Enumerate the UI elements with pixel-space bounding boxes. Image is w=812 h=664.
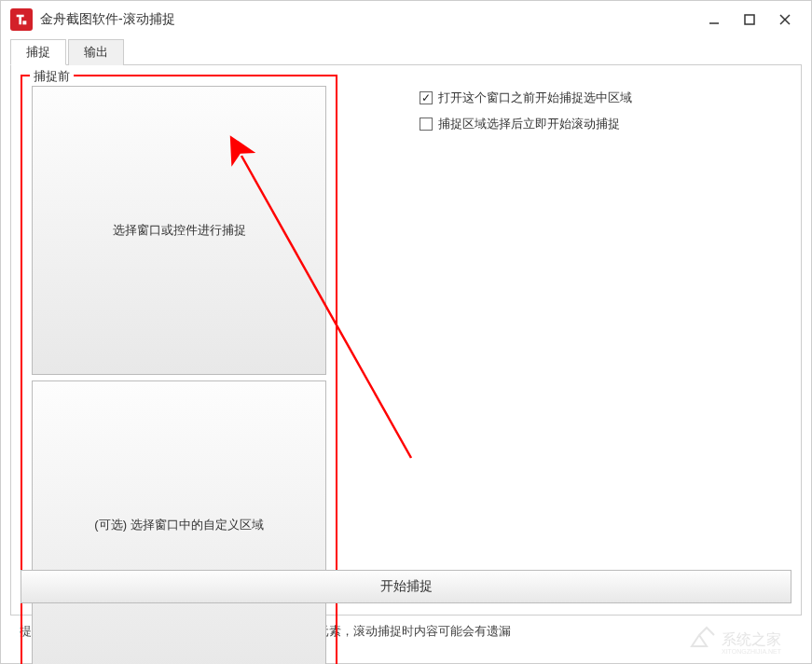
tab-capture[interactable]: 捕捉 <box>10 39 66 65</box>
tab-bar: 捕捉 输出 <box>10 38 802 65</box>
chk-open-start-label: 打开这个窗口之前开始捕捉选中区域 <box>438 90 632 106</box>
chk-start-scroll-label: 捕捉区域选择后立即开始滚动捕捉 <box>438 116 620 132</box>
svg-rect-0 <box>22 21 26 24</box>
titlebar: 金舟截图软件-滚动捕捉 <box>1 1 811 38</box>
window-title: 金舟截图软件-滚动捕捉 <box>40 11 705 28</box>
start-capture-button[interactable]: 开始捕捉 <box>21 570 791 603</box>
minimize-button[interactable] <box>705 10 723 29</box>
app-window: 金舟截图软件-滚动捕捉 捕捉 输出 捕捉前 选择窗口或控件进行捕捉 (可选) 选… <box>0 0 812 664</box>
pre-legend: 捕捉前 <box>30 68 74 85</box>
maximize-button[interactable] <box>740 10 759 29</box>
checkbox-icon <box>420 91 433 104</box>
tab-output[interactable]: 输出 <box>68 39 124 65</box>
select-region-button[interactable]: (可选) 选择窗口中的自定义区域 <box>32 380 326 664</box>
close-button[interactable] <box>776 10 794 29</box>
app-icon <box>10 8 33 31</box>
svg-text:XITONGZHIJIA.NET: XITONGZHIJIA.NET <box>722 648 782 655</box>
chk-open-start[interactable]: 打开这个窗口之前开始捕捉选中区域 <box>420 90 632 106</box>
capture-panel: 捕捉前 选择窗口或控件进行捕捉 (可选) 选择窗口中的自定义区域 打开这个窗口之… <box>10 65 802 616</box>
select-window-button[interactable]: 选择窗口或控件进行捕捉 <box>32 86 326 375</box>
chk-start-scroll[interactable]: 捕捉区域选择后立即开始滚动捕捉 <box>420 116 632 132</box>
checkbox-icon <box>420 118 433 131</box>
svg-rect-2 <box>745 15 754 24</box>
